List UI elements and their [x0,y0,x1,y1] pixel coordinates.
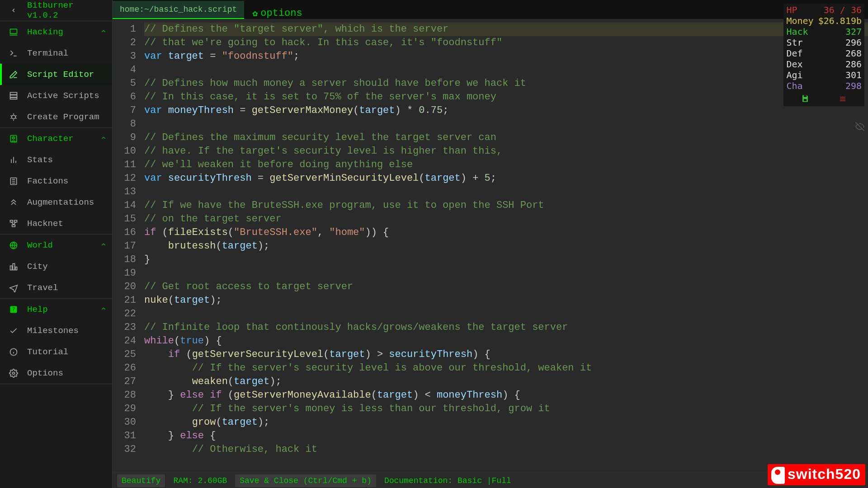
code-line[interactable]: // Defines how much money a server shoul… [144,77,868,90]
storage-icon [8,91,19,100]
plane-icon [8,283,19,292]
sidebar-section-world[interactable]: World [0,235,112,256]
code-line[interactable]: // have. If the target's security level … [144,145,868,158]
sidebar-item-stats[interactable]: Stats [0,149,112,170]
code-line[interactable]: // If the server's security level is abo… [144,361,868,375]
network-icon [8,219,19,228]
svg-line-9 [15,115,16,116]
sidebar-section-character[interactable]: Character [0,128,112,149]
sidebar-item-create-program[interactable]: Create Program [0,106,112,127]
stat-hack: Hack327 [786,26,862,37]
code-line[interactable]: } else { [144,429,868,443]
svg-rect-31 [15,267,17,270]
code-line[interactable]: while(true) { [144,334,868,348]
code-line[interactable]: // If we have the BruteSSH.exe program, … [144,199,868,212]
sidebar-item-factions[interactable]: Factions [0,170,112,192]
app-title-row[interactable]: Bitburner v1.0.2 [0,0,112,21]
sidebar-section-help[interactable]: ?Help [0,299,112,320]
code-content[interactable]: // Defines the "target server", which is… [144,23,868,473]
code-line[interactable]: weaken(target); [144,375,868,389]
beautify-button[interactable]: Beautify [117,474,165,487]
code-line[interactable]: // If the server's money is less than ou… [144,402,868,416]
svg-rect-30 [13,263,14,270]
info-icon [8,347,19,357]
sidebar-item-terminal[interactable]: Terminal [0,42,112,64]
svg-text:?: ? [12,306,15,313]
chevron-left-icon [8,7,19,14]
code-editor[interactable]: 1234567891011121314151617181920212223242… [113,19,868,473]
code-line[interactable]: // In this case, it is set to 75% of the… [144,90,868,104]
editor-options-link[interactable]: ✿ options [244,8,310,19]
svg-rect-5 [10,98,17,99]
gear-icon: ✿ [252,8,258,19]
watermark-label: switch520 [788,466,861,482]
svg-rect-29 [10,266,12,270]
code-line[interactable] [144,117,868,131]
sidebar-item-tutorial[interactable]: Tutorial [0,341,112,362]
code-line[interactable]: grow(target); [144,416,868,429]
prompt-icon [8,49,19,58]
code-line[interactable]: } [144,253,868,267]
sidebar-section-hacking[interactable]: Hacking [0,21,112,42]
main-area: home:~/basic_hack.script ✿ options 12345… [113,0,868,488]
code-line[interactable]: // on the target server [144,212,868,226]
svg-point-37 [13,372,15,374]
sidebar-item-augmentations[interactable]: Augmentations [0,192,112,213]
code-line[interactable]: // Defines the "target server", which is… [144,23,868,36]
ram-usage-label: RAM: 2.60GB [173,476,227,485]
code-line[interactable]: // Infinite loop that continously hacks/… [144,321,868,334]
code-line[interactable] [144,307,868,321]
stat-hp: HP36 / 36 [786,5,862,15]
sidebar-item-city[interactable]: City [0,256,112,277]
globe-icon [8,241,19,250]
code-line[interactable]: // Otherwise, hack it [144,443,868,456]
code-line[interactable]: if (fileExists("BruteSSH.exe", "home")) … [144,226,868,239]
code-line[interactable]: var securityThresh = getServerMinSecurit… [144,172,868,185]
tab-open-file[interactable]: home:~/basic_hack.script [113,1,244,19]
svg-rect-38 [803,95,807,97]
sidebar-item-travel[interactable]: Travel [0,277,112,298]
city-icon [8,262,19,271]
visibility-off-icon[interactable] [854,122,865,134]
code-line[interactable] [144,63,868,77]
documentation-links: Documentation: Basic |Full [384,476,511,485]
sidebar-item-milestones[interactable]: Milestones [0,320,112,341]
doc-full-link[interactable]: Full [492,476,511,485]
save-icon[interactable] [801,94,810,105]
code-line[interactable]: if (getServerSecurityLevel(target) > sec… [144,348,868,361]
app-title: Bitburner v1.0.2 [27,0,107,20]
contacts-icon [8,177,19,186]
sidebar-item-script-editor[interactable]: Script Editor [0,64,112,85]
code-line[interactable] [144,185,868,199]
code-line[interactable]: brutessh(target); [144,239,868,253]
svg-line-10 [10,117,12,118]
code-line[interactable]: // Get root access to target server [144,280,868,294]
chevron-up-icon [100,134,107,143]
svg-point-6 [12,115,15,118]
code-line[interactable] [144,267,868,280]
code-line[interactable]: nuke(target); [144,294,868,307]
player-stats-panel: HP36 / 36Money$26.819bHack327Str296Def26… [783,4,864,106]
code-line[interactable]: // we'll weaken it before doing anything… [144,158,868,172]
editor-options-label: options [260,8,302,19]
editor-status-bar: Beautify RAM: 2.60GB Save & Close (Ctrl/… [113,473,868,488]
help-icon: ? [8,305,19,314]
sidebar-item-active-scripts[interactable]: Active Scripts [0,85,112,106]
svg-point-14 [13,136,15,139]
doc-basic-link[interactable]: Basic [458,476,482,485]
chevron-up-icon [100,305,107,314]
tabbar: home:~/basic_hack.script ✿ options [113,0,868,19]
sidebar-item-options[interactable]: Options [0,362,112,384]
chevron-up-icon [100,28,107,37]
code-line[interactable]: // Defines the maximum security level th… [144,131,868,145]
save-close-button[interactable]: Save & Close (Ctrl/Cmd + b) [235,474,376,487]
stat-dex: Dex286 [786,59,862,70]
code-line[interactable]: var target = "foodnstuff"; [144,50,868,63]
kill-scripts-icon[interactable] [838,94,848,105]
id-badge-icon [8,134,19,143]
code-line[interactable]: // that we're going to hack. In this cas… [144,36,868,50]
code-line[interactable]: var moneyThresh = getServerMaxMoney(targ… [144,104,868,117]
sidebar-item-hacknet[interactable]: Hacknet [0,213,112,234]
svg-line-11 [15,117,16,118]
code-line[interactable]: } else if (getServerMoneyAvailable(targe… [144,389,868,402]
